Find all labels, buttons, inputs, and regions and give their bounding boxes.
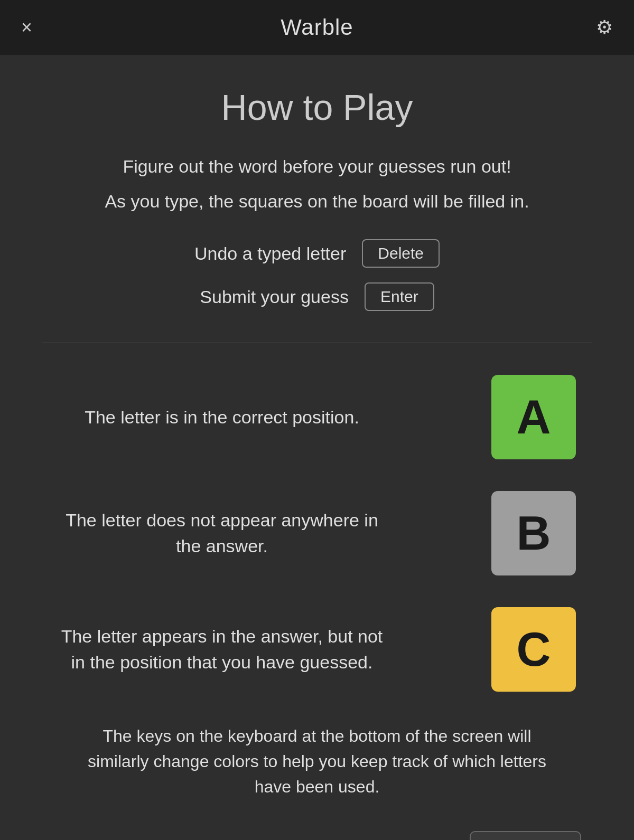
enter-key-badge: Enter	[365, 282, 434, 311]
yellow-tile: C	[491, 607, 576, 692]
subtitle-2: As you type, the squares on the board wi…	[105, 189, 529, 214]
control-row-submit: Submit your guess Enter	[200, 282, 434, 311]
gray-tile-letter: B	[517, 506, 551, 561]
control-row-undo: Undo a typed letter Delete	[194, 239, 440, 268]
keyboard-note: The keys on the keyboard at the bottom o…	[85, 723, 549, 799]
letter-row-gray: The letter does not appear anywhere in t…	[42, 486, 592, 581]
gray-tile: B	[491, 491, 576, 575]
divider	[42, 343, 592, 343]
app-title: Warble	[281, 15, 353, 40]
title-bar: × Warble ⚙	[0, 0, 634, 55]
submit-label: Submit your guess	[200, 287, 349, 307]
page-title: How to Play	[221, 87, 413, 128]
green-desc: The letter is in the correct position.	[58, 404, 386, 430]
close-button[interactable]: Close	[470, 831, 581, 840]
letter-row-green: The letter is in the correct position. A	[42, 370, 592, 465]
close-icon[interactable]: ×	[21, 18, 32, 37]
close-btn-row: Close	[42, 831, 592, 840]
controls-section: Undo a typed letter Delete Submit your g…	[42, 239, 592, 311]
delete-key-badge: Delete	[362, 239, 440, 268]
yellow-desc: The letter appears in the answer, but no…	[58, 624, 386, 676]
undo-label: Undo a typed letter	[194, 243, 346, 264]
subtitle-1: Figure out the word before your guesses …	[123, 154, 511, 180]
letter-explanations: The letter is in the correct position. A…	[42, 370, 592, 697]
window: × Warble ⚙ How to Play Figure out the wo…	[0, 0, 634, 840]
main-content: How to Play Figure out the word before y…	[0, 55, 634, 840]
gear-icon[interactable]: ⚙	[596, 16, 613, 39]
green-tile-letter: A	[517, 390, 551, 445]
gray-desc: The letter does not appear anywhere in t…	[58, 507, 386, 560]
green-tile: A	[491, 375, 576, 459]
yellow-tile-letter: C	[517, 622, 551, 677]
letter-row-yellow: The letter appears in the answer, but no…	[42, 602, 592, 697]
